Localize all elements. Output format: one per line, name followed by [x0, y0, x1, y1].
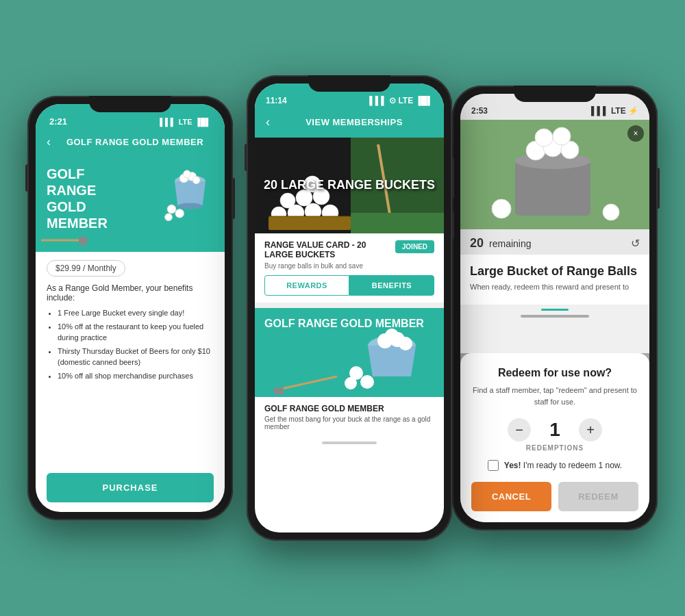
- modal-title: Redeem for use now?: [471, 367, 638, 379]
- scroll-indicator: [322, 441, 377, 444]
- svg-point-34: [345, 377, 357, 389]
- p1-header: ‹ GOLF RANGE GOLD MEMBER: [36, 129, 225, 156]
- card1-subtitle: Buy range balls in bulk and save: [264, 262, 434, 270]
- p2-signal: ▌▌▌ ⊙ LTE ▐█▌: [369, 96, 433, 105]
- refresh-icon[interactable]: ↺: [631, 237, 640, 250]
- card2-image-title: GOLF RANGE GOLD MEMBER: [255, 308, 434, 339]
- back-arrow-icon[interactable]: ‹: [47, 135, 51, 149]
- remaining-count: 20: [470, 236, 484, 251]
- decrement-button[interactable]: −: [508, 418, 531, 441]
- p3-time: 2:53: [471, 106, 488, 116]
- svg-point-7: [175, 209, 184, 218]
- svg-rect-36: [274, 387, 284, 394]
- phone-3: 2:53 ▌▌▌ LTE ⚡: [452, 86, 658, 530]
- cancel-button[interactable]: CANCEL: [471, 482, 551, 511]
- svg-point-8: [165, 214, 173, 221]
- redeem-checkbox[interactable]: [488, 460, 499, 471]
- modal-card: Redeem for use now? Find a staff member,…: [460, 353, 649, 522]
- svg-point-46: [603, 204, 619, 220]
- p3-product-content: Large Bucket of Range Balls When ready, …: [460, 255, 649, 305]
- p3-home-indicator: [521, 315, 589, 318]
- svg-point-1: [178, 203, 203, 209]
- p3-hero-svg: [460, 120, 649, 229]
- p1-benefits-list: 1 Free Large Bucket every single day! 10…: [47, 308, 214, 381]
- p2-time: 11:14: [266, 96, 287, 105]
- benefit-item: 1 Free Large Bucket every single day!: [58, 308, 214, 318]
- counter-value: 1: [545, 419, 565, 441]
- card2-info: GOLF RANGE GOLD MEMBER Get the most bang…: [255, 397, 444, 437]
- benefit-item: Thirsty Thursday Bucket of Beers for onl…: [58, 346, 214, 368]
- card2-background: GOLF RANGE GOLD MEMBER: [255, 308, 444, 397]
- p1-header-title: GOLF RANGE GOLD MEMBER: [56, 137, 214, 147]
- redemptions-label: REDEMPTIONS: [471, 444, 638, 452]
- rewards-tab[interactable]: REWARDS: [264, 275, 349, 296]
- remaining-label: remaining: [489, 238, 531, 249]
- checkbox-label-bold: Yes!: [504, 461, 521, 470]
- p1-hero-title: GOLF RANGE GOLD MEMBER: [47, 166, 129, 231]
- close-button[interactable]: ×: [627, 125, 644, 142]
- joined-badge: JOINED: [395, 240, 434, 253]
- svg-point-43: [535, 129, 553, 146]
- card1-title-row: RANGE VALUE CARD - 20 LARGE BUCKETS JOIN…: [264, 240, 434, 259]
- svg-point-33: [360, 375, 374, 389]
- benefit-item: 10% off at the restaurant to keep you fu…: [58, 322, 214, 343]
- card1-background: 20 LARGE RANGE BUCKETS: [255, 138, 444, 233]
- card1-info: RANGE VALUE CARD - 20 LARGE BUCKETS JOIN…: [255, 233, 444, 303]
- phones-container: 2:21 ▌▌▌ LTE ▐█▌ ‹ GOLF RANGE GOLD MEMBE…: [14, 14, 671, 602]
- signal-icon: ▌▌▌: [160, 118, 175, 126]
- redeem-button[interactable]: REDEEM: [558, 482, 638, 511]
- svg-rect-25: [351, 213, 444, 233]
- svg-point-45: [492, 199, 511, 218]
- svg-point-5: [184, 170, 191, 178]
- modal-buttons: CANCEL REDEEM: [471, 482, 638, 511]
- p3-product-description: When ready, redeem this reward and prese…: [470, 283, 640, 291]
- phone-2: 11:14 ▌▌▌ ⊙ LTE ▐█▌ ‹ VIEW MEMBERSHIPS: [247, 75, 452, 541]
- redemption-counter: − 1 +: [471, 418, 638, 441]
- modal-description: Find a staff member, tap "redeem" and pr…: [471, 385, 638, 407]
- price-badge: $29.99 / Monthly: [47, 260, 125, 277]
- card-divider: [255, 303, 444, 308]
- p1-time: 2:21: [49, 116, 67, 127]
- p1-signal: ▌▌▌ LTE ▐█▌: [160, 118, 211, 126]
- benefit-item: 10% off all shop merchandise purchases: [58, 371, 214, 381]
- membership-card-2: GOLF RANGE GOLD MEMBER GOLF RANGE GOLD M…: [255, 308, 444, 437]
- checkbox-row: Yes! I'm ready to redeem 1 now.: [471, 460, 638, 471]
- p3-hero-image: ×: [460, 120, 649, 229]
- increment-button[interactable]: +: [579, 418, 602, 441]
- card1-title: RANGE VALUE CARD - 20 LARGE BUCKETS: [264, 240, 374, 259]
- p3-product-title: Large Bucket of Range Balls: [470, 264, 640, 279]
- svg-rect-21: [269, 216, 351, 230]
- golf-bucket-image: [156, 163, 218, 224]
- p1-hero: GOLF RANGE GOLD MEMBER: [36, 156, 225, 252]
- golf-club-icon: [41, 234, 89, 246]
- card1-overlay-text: 20 LARGE RANGE BUCKETS: [264, 178, 435, 193]
- card1-tabs: REWARDS BENEFITS: [264, 275, 434, 296]
- close-icon: ×: [633, 129, 638, 138]
- svg-point-44: [553, 127, 571, 145]
- card1-image: 20 LARGE RANGE BUCKETS: [255, 138, 444, 233]
- card2-image-area: GOLF RANGE GOLD MEMBER: [255, 308, 444, 397]
- checkbox-label-rest: I'm ready to redeem 1 now.: [521, 461, 622, 470]
- card2-name: GOLF RANGE GOLD MEMBER: [264, 404, 434, 413]
- p2-back-arrow-icon[interactable]: ‹: [266, 115, 270, 129]
- membership-card-1: 20 LARGE RANGE BUCKETS RANGE VALUE CARD …: [255, 138, 444, 303]
- card2-description: Get the most bang for your buck at the r…: [264, 415, 434, 431]
- svg-point-6: [167, 205, 176, 214]
- svg-point-20: [280, 193, 295, 208]
- svg-rect-10: [79, 237, 87, 245]
- modal-overlay: Redeem for use now? Find a staff member,…: [460, 353, 649, 522]
- p2-header-title: VIEW MEMBERSHIPS: [275, 117, 433, 127]
- lte-label: LTE: [179, 118, 192, 126]
- purchase-button[interactable]: PURCHASE: [47, 473, 214, 502]
- remaining-row: 20 remaining ↺: [460, 229, 649, 255]
- battery-icon: ▐█▌: [195, 118, 211, 126]
- benefits-tab[interactable]: BENEFITS: [349, 275, 434, 296]
- p1-content: $29.99 / Monthly As a Range Gold Member,…: [36, 252, 225, 487]
- p2-header: ‹ VIEW MEMBERSHIPS: [255, 110, 444, 138]
- p1-description: As a Range Gold Member, your benefits in…: [47, 283, 214, 303]
- phone-1: 2:21 ▌▌▌ LTE ▐█▌ ‹ GOLF RANGE GOLD MEMBE…: [27, 96, 233, 520]
- svg-point-4: [192, 177, 200, 184]
- p3-signal: ▌▌▌ LTE ⚡: [591, 106, 638, 116]
- checkbox-label: Yes! I'm ready to redeem 1 now.: [504, 461, 622, 470]
- teal-divider-bar: [541, 309, 569, 311]
